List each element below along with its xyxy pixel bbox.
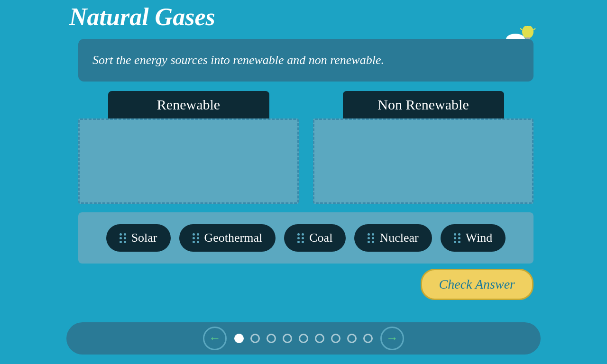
renewable-zone-wrapper: Renewable [78, 91, 299, 204]
nav-dot-8[interactable] [347, 334, 357, 343]
page-title: Natural Gases [69, 3, 215, 31]
items-tray: Solar Geothermal Coal Nuclear Wi [78, 212, 533, 264]
coal-label: Coal [309, 231, 332, 245]
prev-arrow-icon: ← [209, 331, 221, 346]
solar-item[interactable]: Solar [106, 224, 171, 252]
svg-line-4 [520, 28, 522, 30]
renewable-label: Renewable [108, 91, 269, 118]
drag-icon [454, 233, 461, 243]
coal-item[interactable]: Coal [284, 224, 346, 252]
check-answer-button[interactable]: Check Answer [421, 269, 533, 300]
renewable-drop-zone[interactable] [78, 118, 299, 204]
drop-zones-container: Renewable Non Renewable [78, 91, 533, 204]
nuclear-item[interactable]: Nuclear [354, 224, 432, 252]
next-arrow-icon: → [386, 331, 398, 346]
geothermal-label: Geothermal [204, 231, 263, 245]
wind-item[interactable]: Wind [441, 224, 506, 252]
solar-label: Solar [131, 231, 157, 245]
nav-dot-4[interactable] [283, 334, 292, 343]
drag-icon [120, 233, 127, 243]
non-renewable-label: Non Renewable [343, 91, 504, 118]
nav-dot-5[interactable] [299, 334, 308, 343]
instruction-banner: Sort the energy sources into renewable a… [78, 39, 533, 82]
nav-dot-3[interactable] [267, 334, 276, 343]
nav-dot-2[interactable] [250, 334, 260, 343]
drag-icon [297, 233, 304, 243]
svg-line-3 [533, 28, 535, 30]
wind-label: Wind [466, 231, 493, 245]
drag-icon [368, 233, 375, 243]
nav-dot-9[interactable] [363, 334, 373, 343]
non-renewable-drop-zone[interactable] [313, 118, 533, 204]
nav-dot-6[interactable] [315, 334, 324, 343]
prev-nav-button[interactable]: ← [203, 327, 227, 350]
svg-point-0 [522, 26, 533, 38]
nav-dot-1[interactable] [234, 334, 244, 343]
nav-dot-7[interactable] [331, 334, 340, 343]
non-renewable-zone-wrapper: Non Renewable [313, 91, 533, 204]
nav-dots-container [234, 334, 373, 343]
nuclear-label: Nuclear [379, 231, 418, 245]
drag-icon [193, 233, 200, 243]
bottom-navigation: ← → [66, 322, 541, 355]
next-nav-button[interactable]: → [380, 327, 404, 350]
geothermal-item[interactable]: Geothermal [179, 224, 276, 252]
instruction-text: Sort the energy sources into renewable a… [92, 53, 384, 67]
